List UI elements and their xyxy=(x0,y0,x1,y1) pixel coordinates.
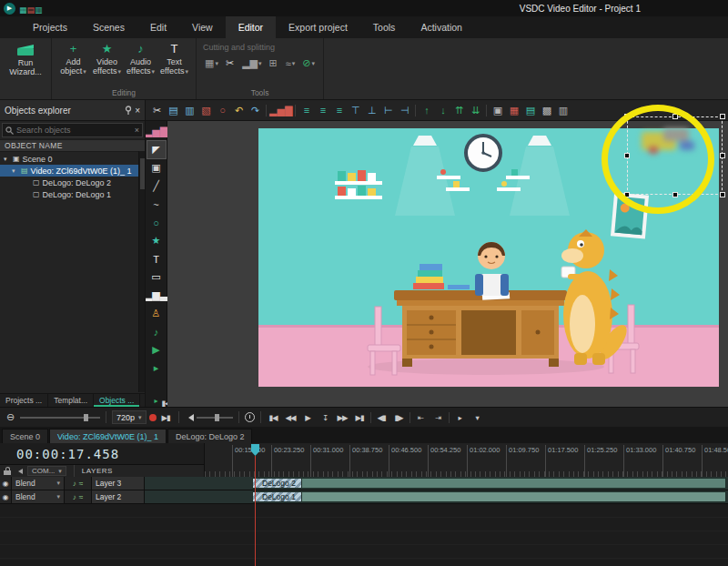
tooltip-tool[interactable]: ▭ xyxy=(147,268,166,286)
disable-tool-icon[interactable]: ⊘▾ xyxy=(302,57,315,69)
track-audio-controls[interactable]: ♪ ≈ xyxy=(65,477,92,490)
align-left-icon[interactable]: ≡ xyxy=(298,102,314,119)
blend-mode-dropdown[interactable]: Blend ▾ xyxy=(12,477,65,490)
transport-button[interactable] xyxy=(410,412,410,423)
snapshot-button[interactable]: ↧ xyxy=(318,410,332,425)
tree-item[interactable]: ▾ ▣ Scene 0 xyxy=(0,153,145,165)
speaker-icon[interactable] xyxy=(15,469,23,474)
timeline-clip[interactable]: DeLogo 2 xyxy=(252,478,726,489)
layers-icon[interactable]: ▦ xyxy=(506,102,521,119)
resize-handle-se[interactable] xyxy=(720,192,725,197)
align-center-icon[interactable]: ≡ xyxy=(315,102,330,119)
compositing-dropdown[interactable]: COM... ▾ xyxy=(27,466,66,476)
menu-item[interactable]: View xyxy=(179,16,226,38)
explorer-scrollbar[interactable] xyxy=(138,151,145,392)
move-down-icon[interactable]: ↓ xyxy=(435,102,450,119)
toolbar-icon[interactable] xyxy=(413,102,418,119)
shape-tool[interactable]: ★ xyxy=(147,232,166,249)
next-keyframe-button[interactable]: ▮▶ xyxy=(392,410,406,425)
chart-object-tool[interactable]: ▂▆▃ xyxy=(147,287,166,304)
cursor-tool[interactable]: ◤ xyxy=(147,141,166,158)
track-lane[interactable]: DeLogo 1 xyxy=(145,490,728,503)
grid-icon[interactable]: ▩ xyxy=(539,102,554,119)
layer-name[interactable]: Layer 2 xyxy=(92,490,145,503)
prev-edge-button[interactable]: ⇤ xyxy=(414,410,428,425)
redo-icon[interactable]: ↷ xyxy=(248,102,263,119)
resize-handle-n[interactable] xyxy=(672,114,678,119)
crop-tool-icon[interactable]: ⊞ xyxy=(269,57,278,69)
paste-icon[interactable]: ▥ xyxy=(182,102,197,119)
pin-icon[interactable] xyxy=(125,106,132,115)
menu-item[interactable]: Projects xyxy=(20,16,80,38)
search-input[interactable] xyxy=(16,126,132,135)
menu-item[interactable]: Scenes xyxy=(80,16,137,38)
run-wizard-button[interactable]: Run Wizard... xyxy=(5,41,46,77)
track-audio-controls[interactable]: ♪ ≈ xyxy=(65,490,92,503)
zoom-slider[interactable] xyxy=(20,412,100,423)
cut-icon[interactable]: ✂ xyxy=(149,102,165,119)
resize-handle-ne[interactable] xyxy=(720,114,725,119)
tree-item[interactable]: ▢ DeLogo: DeLogo 1 xyxy=(0,188,145,200)
menu-item[interactable]: Activation xyxy=(408,16,475,38)
duration-clock-icon[interactable] xyxy=(245,412,255,422)
add-object-button[interactable]: + Add object▾ xyxy=(56,41,90,76)
line-tool[interactable]: ╱ xyxy=(147,177,166,195)
play-object-tool[interactable]: ▸ xyxy=(147,359,166,377)
track-lane[interactable]: DeLogo 2 xyxy=(145,477,728,490)
audio-effects-button[interactable]: ♪ Audio effects▾ xyxy=(124,41,157,76)
menu-item[interactable]: Export project xyxy=(276,16,360,38)
align-top-icon[interactable]: ⊤ xyxy=(348,102,363,119)
histogram-tool[interactable]: ▂▅▇ xyxy=(147,123,166,140)
cut-tool-icon[interactable]: ✂ xyxy=(226,57,235,69)
animation-tool[interactable]: ♙ xyxy=(147,305,166,322)
rewind-button[interactable]: ◀◀ xyxy=(284,410,298,425)
align-v-icon[interactable]: ⊣ xyxy=(397,102,412,119)
resolution-dropdown[interactable]: 720p ▾ xyxy=(112,410,147,424)
speaker-icon[interactable] xyxy=(185,414,194,421)
lock-icon[interactable] xyxy=(4,467,11,475)
scene-tab[interactable]: DeLogo: DeLogo 2 xyxy=(167,429,253,443)
delete-icon[interactable]: ▧ xyxy=(198,102,214,119)
send-back-icon[interactable]: ⇊ xyxy=(468,102,483,119)
thumbnails-tool-icon[interactable]: ▦▾ xyxy=(205,57,218,69)
panel-tab[interactable]: Templat... xyxy=(48,394,94,407)
close-panel-icon[interactable]: × xyxy=(135,106,140,116)
resize-handle-sw[interactable] xyxy=(624,192,630,197)
next-frame-button[interactable]: ▶▮ xyxy=(159,410,173,425)
panel-tab[interactable]: Projects ... xyxy=(0,394,48,407)
video-effects-button[interactable]: ★ Video effects▾ xyxy=(90,41,124,76)
menu-item[interactable]: Editor xyxy=(226,16,276,38)
selection-box[interactable] xyxy=(627,116,723,195)
move-up-icon[interactable]: ↑ xyxy=(419,102,434,119)
menu-item[interactable]: Tools xyxy=(360,16,409,38)
erase-icon[interactable]: ○ xyxy=(215,102,230,119)
text-effects-button[interactable]: T Text effects▾ xyxy=(157,41,191,76)
record-button[interactable] xyxy=(149,414,157,421)
resize-handle-w[interactable] xyxy=(624,153,630,158)
resize-handle-e[interactable] xyxy=(720,153,725,158)
scrollbar-thumb[interactable] xyxy=(140,158,145,189)
undo-icon[interactable]: ↶ xyxy=(231,102,247,119)
video-object-tool[interactable]: ▶ xyxy=(147,341,166,359)
export-icon[interactable]: ▥ xyxy=(35,5,43,15)
chart-icon[interactable]: ▂▅▇ xyxy=(269,102,292,119)
copy-icon[interactable]: ▤ xyxy=(166,102,181,119)
volume-slider[interactable] xyxy=(197,412,233,423)
audio-visual-tool[interactable]: ♪ xyxy=(147,323,166,340)
tree-item[interactable]: ▢ DeLogo: DeLogo 2 xyxy=(0,177,145,188)
text-tool[interactable]: T xyxy=(147,250,166,268)
preview-area[interactable] xyxy=(167,121,728,407)
playback-options-button[interactable]: ▾ xyxy=(470,410,484,425)
curves-tool-icon[interactable]: ≈▾ xyxy=(286,58,296,69)
layer-name[interactable]: Layer 3 xyxy=(92,477,145,490)
timeline-empty-area[interactable] xyxy=(0,504,728,566)
align-bottom-icon[interactable]: ⊥ xyxy=(364,102,379,119)
track-visibility-toggle[interactable]: ◉ xyxy=(0,490,12,503)
sprite-icon[interactable]: ▤ xyxy=(522,102,538,119)
go-start-button[interactable]: ▮◀ xyxy=(267,410,280,425)
play-button[interactable]: ▶ xyxy=(301,410,315,425)
scene-grid-icon[interactable]: ▦ xyxy=(19,5,27,15)
scene-tab[interactable]: Scene 0 xyxy=(2,429,48,443)
resize-handle-s[interactable] xyxy=(672,192,678,197)
panel-tab[interactable]: Objects ... xyxy=(94,394,140,407)
